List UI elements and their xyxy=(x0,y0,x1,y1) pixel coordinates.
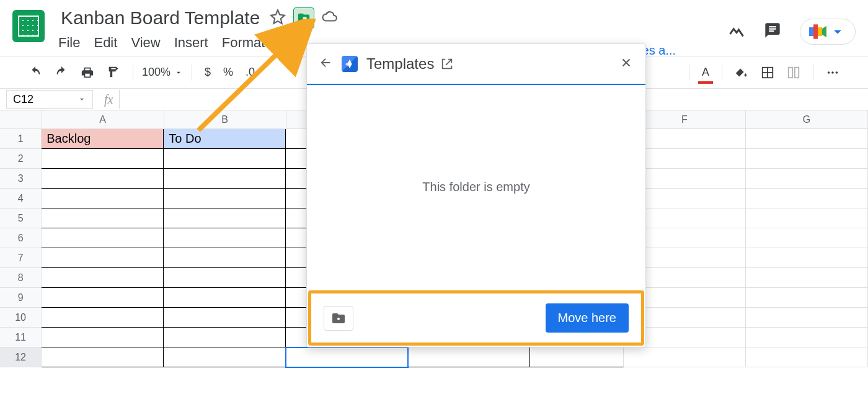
cell[interactable] xyxy=(746,268,868,288)
print-button[interactable] xyxy=(77,62,98,83)
cell[interactable] xyxy=(164,248,286,268)
menu-file[interactable]: File xyxy=(58,35,80,51)
column-header-a[interactable]: A xyxy=(42,110,164,129)
menu-view[interactable]: View xyxy=(131,35,160,51)
svg-rect-2 xyxy=(818,27,822,36)
cell[interactable] xyxy=(164,208,286,228)
comments-icon[interactable] xyxy=(764,22,781,42)
cell[interactable] xyxy=(42,228,164,248)
cell[interactable] xyxy=(746,288,868,308)
row-header[interactable]: 8 xyxy=(0,268,42,288)
svg-point-10 xyxy=(836,71,838,74)
column-header-b[interactable]: B xyxy=(164,110,286,129)
sheets-logo[interactable] xyxy=(12,10,45,42)
menu-insert[interactable]: Insert xyxy=(174,35,208,51)
cell[interactable] xyxy=(746,208,868,228)
document-title[interactable]: Kanban Board Template xyxy=(58,6,262,30)
cloud-saved-icon[interactable] xyxy=(322,9,338,27)
select-all-corner[interactable] xyxy=(0,110,42,129)
zoom-selector[interactable]: 100% xyxy=(142,66,183,79)
cell[interactable] xyxy=(408,347,530,367)
cell[interactable] xyxy=(42,347,164,367)
cell[interactable] xyxy=(164,189,286,208)
cell[interactable] xyxy=(746,189,868,208)
row-header[interactable]: 6 xyxy=(0,228,42,248)
drive-folder-icon xyxy=(342,56,358,72)
cell[interactable]: Backlog xyxy=(42,129,164,149)
popup-empty-message: This folder is empty xyxy=(307,85,645,289)
cell[interactable]: To Do xyxy=(164,129,286,149)
cell[interactable] xyxy=(624,347,746,367)
currency-format-button[interactable]: $ xyxy=(201,62,215,83)
row-header[interactable]: 11 xyxy=(0,328,42,347)
cell[interactable] xyxy=(42,208,164,228)
undo-button[interactable] xyxy=(25,62,46,83)
row-header[interactable]: 7 xyxy=(0,248,42,268)
cell[interactable] xyxy=(746,129,868,149)
move-folder-popup: Templates This folder is empty Move here xyxy=(306,43,646,347)
cell[interactable] xyxy=(42,149,164,169)
cell[interactable] xyxy=(42,169,164,189)
cell[interactable] xyxy=(164,347,286,367)
fill-color-button[interactable] xyxy=(731,62,752,83)
svg-point-9 xyxy=(831,71,834,74)
move-here-button[interactable]: Move here xyxy=(546,303,629,333)
row-header[interactable]: 12 xyxy=(0,347,42,367)
open-external-icon[interactable] xyxy=(440,57,454,71)
percent-format-button[interactable]: % xyxy=(219,62,237,83)
row-header[interactable]: 4 xyxy=(0,189,42,208)
cell[interactable] xyxy=(164,268,286,288)
cell[interactable] xyxy=(42,288,164,308)
column-header-g[interactable]: G xyxy=(746,110,868,129)
row-header[interactable]: 10 xyxy=(0,308,42,328)
cell[interactable] xyxy=(42,328,164,347)
cell[interactable] xyxy=(746,169,868,189)
cell[interactable] xyxy=(42,308,164,328)
cell[interactable] xyxy=(746,248,868,268)
cell[interactable] xyxy=(286,347,408,367)
svg-rect-1 xyxy=(813,24,818,38)
new-folder-button[interactable] xyxy=(324,306,353,331)
row-header[interactable]: 1 xyxy=(0,129,42,149)
cell[interactable] xyxy=(530,347,623,367)
cell[interactable] xyxy=(746,149,868,169)
cell[interactable] xyxy=(164,308,286,328)
svg-rect-6 xyxy=(789,67,792,78)
close-icon[interactable] xyxy=(619,56,633,72)
redo-button[interactable] xyxy=(51,62,72,83)
decimal-format-button[interactable]: .0 xyxy=(242,62,259,83)
row-header[interactable]: 3 xyxy=(0,169,42,189)
activity-icon[interactable] xyxy=(728,22,745,42)
cell[interactable] xyxy=(164,228,286,248)
back-icon[interactable] xyxy=(319,56,333,72)
menu-edit[interactable]: Edit xyxy=(94,35,117,51)
cell[interactable] xyxy=(164,328,286,347)
row-header[interactable]: 5 xyxy=(0,208,42,228)
meet-button[interactable] xyxy=(800,19,856,45)
menu-data-truncated[interactable]: D xyxy=(278,35,288,51)
cell[interactable] xyxy=(164,288,286,308)
cell[interactable] xyxy=(746,308,868,328)
cell[interactable] xyxy=(164,169,286,189)
menubar: File Edit View Insert Format D xyxy=(58,35,338,51)
popup-folder-name: Templates xyxy=(366,55,611,73)
merge-cells-button[interactable] xyxy=(783,62,804,83)
row-header[interactable]: 2 xyxy=(0,149,42,169)
text-color-button[interactable]: A xyxy=(698,62,713,83)
cell[interactable] xyxy=(42,189,164,208)
more-toolbar-button[interactable] xyxy=(822,62,843,83)
name-box[interactable]: C12 xyxy=(6,90,93,109)
move-to-folder-icon[interactable] xyxy=(293,7,314,29)
cell[interactable] xyxy=(42,248,164,268)
fx-label: fx xyxy=(104,92,113,107)
cell[interactable] xyxy=(42,268,164,288)
menu-format[interactable]: Format xyxy=(222,35,265,51)
star-icon[interactable] xyxy=(270,9,286,27)
cell[interactable] xyxy=(164,149,286,169)
paint-format-button[interactable] xyxy=(103,62,124,83)
row-header[interactable]: 9 xyxy=(0,288,42,308)
cell[interactable] xyxy=(746,347,868,367)
cell[interactable] xyxy=(746,228,868,248)
cell[interactable] xyxy=(746,328,868,347)
borders-button[interactable] xyxy=(757,62,778,83)
